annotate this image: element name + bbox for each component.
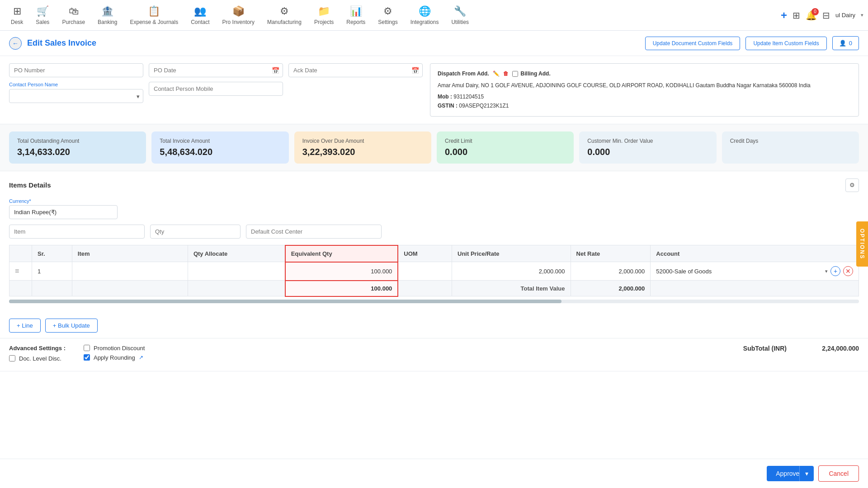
doc-level-disc-input[interactable] <box>9 355 15 361</box>
td-item[interactable] <box>72 262 188 281</box>
promotion-discount-checkbox[interactable]: Promotion Discount <box>84 345 145 352</box>
manufacturing-icon: ⚙ <box>280 5 289 17</box>
apply-rounding-link-icon[interactable]: ↗ <box>139 354 143 361</box>
items-table: Sr. Item Qty Allocate Equivalent Qty UOM… <box>9 245 859 297</box>
cost-center-input[interactable] <box>246 225 382 239</box>
contact-person-name-select[interactable] <box>9 89 143 103</box>
nav-right: + ⊞ 🔔 0 ⊟ ul Dairy ▾ <box>781 9 863 22</box>
nav-projects[interactable]: 📁 Projects <box>308 2 340 29</box>
th-uom: UOM <box>398 245 452 262</box>
stat-credit-days: Credit Days <box>722 131 859 164</box>
total-drag <box>9 281 32 296</box>
add-icon[interactable]: + <box>781 9 787 22</box>
user-icon: 👤 <box>839 40 846 47</box>
grid-icon[interactable]: ⊞ <box>793 10 800 21</box>
delete-row-button[interactable]: ✕ <box>843 266 853 276</box>
stat-outstanding-label: Total Outstanding Amount <box>17 138 138 144</box>
back-button[interactable]: ← <box>9 37 22 50</box>
nav-integrations[interactable]: 🌐 Integrations <box>404 2 445 29</box>
td-uom[interactable] <box>398 262 452 281</box>
po-date-calendar-icon[interactable]: 📅 <box>272 67 279 74</box>
stat-credit-limit-value: 0.000 <box>445 147 566 157</box>
subtotal-value: 2,24,000.000 <box>796 345 859 352</box>
footer-buttons: Approve ▾ Cancel <box>0 459 868 488</box>
po-number-input[interactable] <box>9 63 143 77</box>
approve-button[interactable]: Approve <box>767 466 799 481</box>
td-qty-allocate[interactable] <box>188 262 285 281</box>
qty-input[interactable] <box>150 225 241 239</box>
contact-person-mobile-input[interactable] <box>149 82 283 96</box>
td-net-rate[interactable]: 2,000.000 <box>571 262 651 281</box>
contact-person-mobile-group <box>149 82 283 103</box>
billing-checkbox-input[interactable] <box>512 71 518 77</box>
user-button[interactable]: 👤 0 <box>832 36 859 50</box>
item-search-input[interactable] <box>9 225 145 239</box>
td-sr: 1 <box>32 262 72 281</box>
update-doc-fields-button[interactable]: Update Document Custom Fields <box>645 37 741 50</box>
dispatch-gstin: GSTIN : 09ASEPQ2123K1Z1 <box>438 101 851 110</box>
total-account <box>651 281 859 296</box>
nav-proinventory[interactable]: 📦 Pro Inventory <box>216 2 261 29</box>
add-row-button[interactable]: + <box>830 266 840 276</box>
bottom-controls: + Line + Bulk Update <box>0 313 868 338</box>
nav-banking[interactable]: 🏦 Banking <box>91 2 123 29</box>
ack-date-input[interactable] <box>288 63 423 77</box>
update-item-fields-button[interactable]: Update Item Custom Fields <box>745 37 826 50</box>
td-account: 52000-Sale of Goods ▾ + ✕ <box>651 262 859 281</box>
page-title: Edit Sales Invoice <box>27 38 640 48</box>
add-line-button[interactable]: + Line <box>9 319 41 333</box>
td-drag: ≡ <box>9 262 32 281</box>
ack-date-calendar-icon[interactable]: 📅 <box>411 67 419 74</box>
nav-sales[interactable]: 🛒 Sales <box>29 2 56 29</box>
horizontal-scrollbar[interactable] <box>9 300 859 303</box>
stat-min-order-value: 0.000 <box>587 147 708 157</box>
nav-purchase[interactable]: 🛍 Purchase <box>56 2 91 29</box>
nav-contact[interactable]: 👥 Contact <box>184 2 216 29</box>
promotion-discount-input[interactable] <box>84 345 90 351</box>
dispatch-delete-icon[interactable]: 🗑 <box>503 69 509 78</box>
td-equivalent-qty[interactable]: 100.000 <box>285 262 398 281</box>
stat-credit-limit-label: Credit Limit <box>445 138 566 144</box>
account-cell: 52000-Sale of Goods ▾ + ✕ <box>656 266 853 276</box>
th-drag <box>9 245 32 262</box>
bulk-update-button[interactable]: + Bulk Update <box>45 319 98 333</box>
th-item: Item <box>72 245 188 262</box>
section-title: Items Details <box>9 181 51 189</box>
stat-credit-days-label: Credit Days <box>730 138 851 144</box>
nav-settings[interactable]: ⚙ Settings <box>372 2 404 29</box>
stat-min-order: Customer Min. Order Value 0.000 <box>579 131 716 164</box>
nav-reports[interactable]: 📊 Reports <box>340 2 372 29</box>
th-equivalent-qty: Equivalent Qty <box>285 245 398 262</box>
doc-level-disc-checkbox[interactable]: Doc. Level Disc. <box>9 355 66 362</box>
td-unit-price[interactable]: 2,000.000 <box>452 262 571 281</box>
stat-invoice-value: 5,48,634.020 <box>160 147 280 157</box>
apply-rounding-input[interactable] <box>84 354 90 361</box>
sales-icon: 🛒 <box>37 5 49 17</box>
nav-manufacturing[interactable]: ⚙ Manufacturing <box>261 2 308 29</box>
apply-rounding-checkbox[interactable]: Apply Rounding ↗ <box>84 354 145 361</box>
items-section: Items Details ⚙ Currency* Indian Rupee(₹… <box>0 171 868 313</box>
dispatch-edit-icon[interactable]: ✏️ <box>493 69 500 78</box>
drag-handle-icon[interactable]: ≡ <box>15 267 19 275</box>
nav-utilities[interactable]: 🔧 Utilities <box>445 2 475 29</box>
layout-icon[interactable]: ⊟ <box>822 10 830 21</box>
options-sidebar[interactable]: OPTIONS <box>856 221 868 267</box>
nav-expense[interactable]: 📋 Expense & Journals <box>123 2 184 29</box>
banking-icon: 🏦 <box>101 5 113 17</box>
dispatch-mob: Mob : 9311204515 <box>438 92 851 101</box>
th-qty-allocate: Qty Allocate <box>188 245 285 262</box>
settings-icon: ⚙ <box>383 5 392 17</box>
table-row: ≡ 1 100.000 2,000.000 2,000.000 52000-Sa… <box>9 262 859 281</box>
table-header-row: Sr. Item Qty Allocate Equivalent Qty UOM… <box>9 245 859 262</box>
nav-desk[interactable]: ⊞ Desk <box>5 2 29 29</box>
account-dropdown-icon[interactable]: ▾ <box>825 268 828 274</box>
company-dropdown-arrow[interactable]: ▾ <box>861 12 863 18</box>
page-header: ← Edit Sales Invoice Update Document Cus… <box>0 31 868 56</box>
po-date-input[interactable] <box>149 63 283 77</box>
cancel-button[interactable]: Cancel <box>818 465 859 482</box>
approve-dropdown-button[interactable]: ▾ <box>799 466 814 481</box>
notification-icon[interactable]: 🔔 0 <box>806 10 817 21</box>
settings-gear-button[interactable]: ⚙ <box>845 178 859 192</box>
contact-icon: 👥 <box>194 5 206 17</box>
stat-overdue-label: Invoice Over Due Amount <box>302 138 423 144</box>
